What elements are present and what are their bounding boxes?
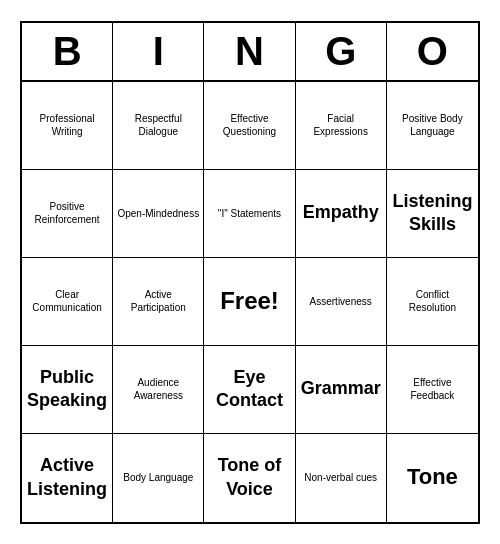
bingo-cell-9: Listening Skills [387, 170, 478, 258]
bingo-cell-13: Assertiveness [296, 258, 387, 346]
bingo-letter-i: I [113, 23, 204, 80]
bingo-cell-1: Respectful Dialogue [113, 82, 204, 170]
bingo-grid: Professional WritingRespectful DialogueE… [22, 82, 478, 522]
bingo-cell-8: Empathy [296, 170, 387, 258]
bingo-cell-23: Non-verbal cues [296, 434, 387, 522]
bingo-cell-2: Effective Questioning [204, 82, 295, 170]
bingo-cell-14: Conflict Resolution [387, 258, 478, 346]
bingo-cell-24: Tone [387, 434, 478, 522]
bingo-letter-b: B [22, 23, 113, 80]
bingo-cell-4: Positive Body Language [387, 82, 478, 170]
bingo-cell-17: Eye Contact [204, 346, 295, 434]
bingo-cell-19: Effective Feedback [387, 346, 478, 434]
bingo-cell-6: Open-Mindedness [113, 170, 204, 258]
bingo-cell-15: Public Speaking [22, 346, 113, 434]
bingo-cell-10: Clear Communication [22, 258, 113, 346]
bingo-cell-21: Body Language [113, 434, 204, 522]
bingo-cell-0: Professional Writing [22, 82, 113, 170]
bingo-letter-n: N [204, 23, 295, 80]
bingo-letter-o: O [387, 23, 478, 80]
bingo-cell-12: Free! [204, 258, 295, 346]
bingo-cell-22: Tone of Voice [204, 434, 295, 522]
bingo-letter-g: G [296, 23, 387, 80]
bingo-cell-5: Positive Reinforcement [22, 170, 113, 258]
bingo-card: BINGO Professional WritingRespectful Dia… [20, 21, 480, 524]
bingo-cell-11: Active Participation [113, 258, 204, 346]
bingo-cell-18: Grammar [296, 346, 387, 434]
bingo-header: BINGO [22, 23, 478, 82]
bingo-cell-3: Facial Expressions [296, 82, 387, 170]
bingo-cell-7: "I" Statements [204, 170, 295, 258]
bingo-cell-16: Audience Awareness [113, 346, 204, 434]
bingo-cell-20: Active Listening [22, 434, 113, 522]
